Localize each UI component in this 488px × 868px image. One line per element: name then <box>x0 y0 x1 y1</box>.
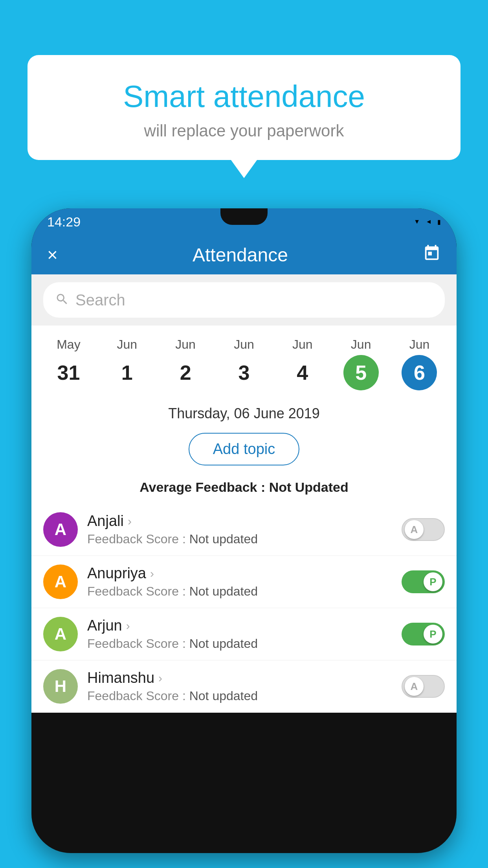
student-avatar: A <box>43 565 78 599</box>
chevron-right-icon: › <box>128 515 132 528</box>
toggle-container: P <box>402 570 445 593</box>
student-info: Anupriya ›Feedback Score : Not updated <box>87 565 392 599</box>
chevron-right-icon: › <box>150 567 154 580</box>
search-input[interactable]: Search <box>75 291 125 309</box>
chevron-right-icon: › <box>158 671 162 685</box>
feedback-score: Feedback Score : Not updated <box>87 689 392 703</box>
toggle-knob: A <box>405 677 424 696</box>
battery-icon: ▮ <box>437 218 441 226</box>
add-topic-button[interactable]: Add topic <box>189 433 299 465</box>
cal-day-num[interactable]: 4 <box>285 355 320 390</box>
feedback-score: Feedback Score : Not updated <box>87 532 392 546</box>
toggle-knob: A <box>405 520 424 539</box>
calendar-day[interactable]: Jun2 <box>168 333 203 394</box>
attendance-toggle[interactable]: A <box>402 675 445 698</box>
cal-month-label: Jun <box>351 337 371 352</box>
cal-month-label: Jun <box>409 337 430 352</box>
bubble-subtitle: will replace your paperwork <box>51 121 437 140</box>
feedback-score: Feedback Score : Not updated <box>87 584 392 599</box>
bubble-title: Smart attendance <box>51 79 437 114</box>
toggle-container: A <box>402 518 445 541</box>
toggle-knob: P <box>424 572 442 591</box>
speech-bubble-container: Smart attendance will replace your paper… <box>28 55 460 160</box>
phone-frame: 14:29 ▼ ◄ ▮ × Attendance <box>31 208 457 853</box>
student-name: Himanshu › <box>87 669 392 686</box>
student-name: Anjali › <box>87 513 392 530</box>
status-time: 14:29 <box>47 214 81 230</box>
student-avatar: H <box>43 669 78 704</box>
student-list: AAnjali ›Feedback Score : Not updatedAAA… <box>31 504 457 713</box>
app-header: × Attendance <box>31 235 457 274</box>
signal-icon: ◄ <box>426 218 432 225</box>
student-avatar: A <box>43 512 78 547</box>
toggle-container: A <box>402 675 445 698</box>
add-topic-container: Add topic <box>31 429 457 476</box>
search-bar[interactable]: Search <box>43 282 445 318</box>
status-icons: ▼ ◄ ▮ <box>414 218 441 226</box>
cal-month-label: Jun <box>234 337 254 352</box>
calendar-day[interactable]: Jun6 <box>402 333 437 394</box>
cal-month-label: May <box>57 337 80 352</box>
calendar-day[interactable]: Jun1 <box>109 333 145 394</box>
cal-day-num[interactable]: 5 <box>343 355 379 390</box>
avg-feedback: Average Feedback : Not Updated <box>31 476 457 504</box>
speech-bubble: Smart attendance will replace your paper… <box>28 55 460 160</box>
wifi-icon: ▼ <box>414 218 420 225</box>
header-title: Attendance <box>193 244 288 266</box>
feedback-score: Feedback Score : Not updated <box>87 636 392 651</box>
cal-day-num[interactable]: 3 <box>226 355 262 390</box>
cal-month-label: Jun <box>117 337 137 352</box>
student-info: Himanshu ›Feedback Score : Not updated <box>87 669 392 703</box>
cal-day-num[interactable]: 1 <box>109 355 145 390</box>
cal-month-label: Jun <box>292 337 313 352</box>
close-button[interactable]: × <box>47 244 58 265</box>
student-avatar: A <box>43 617 78 651</box>
calendar-day[interactable]: Jun5 <box>343 333 379 394</box>
avg-feedback-value: Not Updated <box>269 480 349 495</box>
chevron-right-icon: › <box>126 619 130 633</box>
student-item[interactable]: AArjun ›Feedback Score : Not updatedP <box>31 608 457 660</box>
student-item[interactable]: HHimanshu ›Feedback Score : Not updatedA <box>31 660 457 713</box>
cal-day-num[interactable]: 6 <box>402 355 437 390</box>
selected-date: Thursday, 06 June 2019 <box>31 394 457 429</box>
attendance-toggle[interactable]: P <box>402 570 445 593</box>
student-info: Arjun ›Feedback Score : Not updated <box>87 617 392 651</box>
cal-month-label: Jun <box>175 337 196 352</box>
toggle-knob: P <box>424 625 442 644</box>
student-info: Anjali ›Feedback Score : Not updated <box>87 513 392 546</box>
calendar-day[interactable]: Jun3 <box>226 333 262 394</box>
search-container: Search <box>31 274 457 326</box>
student-item[interactable]: AAnupriya ›Feedback Score : Not updatedP <box>31 556 457 608</box>
cal-day-num[interactable]: 2 <box>168 355 203 390</box>
notch <box>220 208 268 225</box>
avg-feedback-label: Average Feedback : <box>139 480 269 495</box>
calendar-icon[interactable] <box>423 244 441 266</box>
student-item[interactable]: AAnjali ›Feedback Score : Not updatedA <box>31 504 457 556</box>
toggle-container: P <box>402 623 445 645</box>
student-name: Arjun › <box>87 617 392 634</box>
attendance-toggle[interactable]: P <box>402 623 445 645</box>
search-icon <box>55 292 69 308</box>
calendar-row: May31Jun1Jun2Jun3Jun4Jun5Jun6 <box>31 326 457 394</box>
calendar-day[interactable]: May31 <box>51 333 86 394</box>
cal-day-num[interactable]: 31 <box>51 355 86 390</box>
student-name: Anupriya › <box>87 565 392 582</box>
calendar-day[interactable]: Jun4 <box>285 333 320 394</box>
attendance-toggle[interactable]: A <box>402 518 445 541</box>
